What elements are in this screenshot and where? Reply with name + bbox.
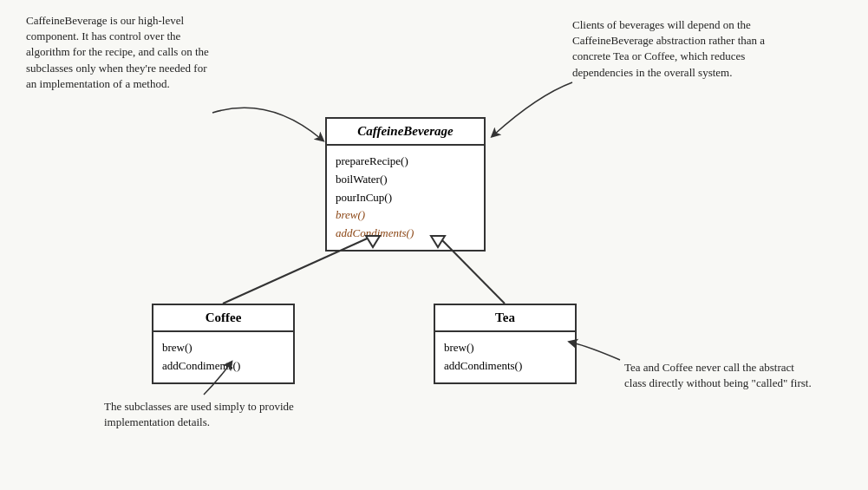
tea-header: Tea (435, 305, 575, 332)
tea-method-add-condiments: addCondiments() (444, 357, 566, 376)
annotation-bottom-left: The subclasses are used simply to provid… (104, 399, 303, 430)
tea-class: Tea brew() addCondiments() (434, 304, 577, 384)
method-pour-in-cup: pourInCup() (336, 189, 475, 207)
caffeine-beverage-header: CaffeineBeverage (327, 119, 484, 146)
annotation-bottom-right-arrow (572, 343, 620, 360)
coffee-method-add-condiments: addCondiments() (162, 357, 284, 376)
annotation-top-right: Clients of beverages will depend on the … (572, 17, 789, 81)
method-prepare-recipe: prepareRecipe() (336, 153, 475, 171)
coffee-body: brew() addCondiments() (153, 332, 293, 382)
coffee-header: Coffee (153, 305, 293, 332)
method-brew-abstract: brew() (336, 206, 475, 225)
tea-method-brew: brew() (444, 339, 566, 357)
annotation-top-left-arrow (212, 108, 321, 139)
annotation-top-right-arrow (494, 82, 572, 134)
annotation-bottom-right: Tea and Coffee never call the abstract c… (624, 360, 815, 391)
caffeine-beverage-class: CaffeineBeverage prepareRecipe() boilWat… (325, 117, 486, 252)
tea-body: brew() addCondiments() (435, 332, 575, 382)
caffeine-beverage-body: prepareRecipe() boilWater() pourInCup() … (327, 146, 484, 250)
method-boil-water: boilWater() (336, 171, 475, 189)
coffee-method-brew: brew() (162, 339, 284, 357)
method-add-condiments-abstract: addCondiments() (336, 225, 475, 243)
annotation-top-left: CaffeineBeverage is our high-level compo… (26, 13, 217, 92)
coffee-class: Coffee brew() addCondiments() (152, 304, 295, 384)
